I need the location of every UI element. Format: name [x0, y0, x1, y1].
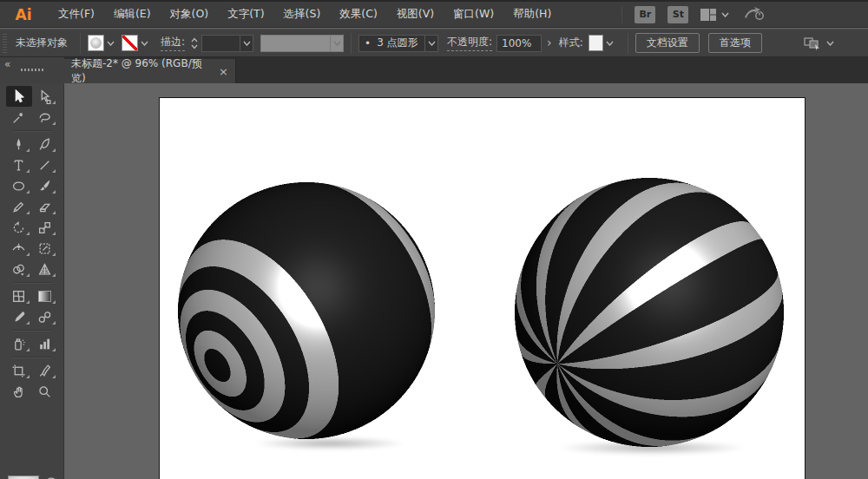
column-graph-tool[interactable] — [32, 333, 58, 354]
tab-bar: « 未标题-2* @ 96% (RGB/预览) × — [0, 57, 868, 83]
lasso-tool[interactable] — [32, 107, 58, 128]
tab-close-button[interactable]: × — [219, 65, 228, 78]
document-tab[interactable]: 未标题-2* @ 96% (RGB/预览) × — [64, 59, 236, 83]
style-dropdown-chevron[interactable] — [606, 41, 614, 46]
toolbar-panel-header: « — [0, 57, 64, 83]
menu-item-edit[interactable]: 编辑(E) — [104, 2, 161, 27]
selection-status: 未选择对象 — [16, 36, 68, 50]
stroke-weight-combo[interactable] — [201, 35, 253, 52]
document-tab-title: 未标题-2* @ 96% (RGB/预览) — [71, 56, 212, 86]
brush-bullet: • — [365, 37, 371, 49]
chevron-down-icon — [826, 41, 834, 46]
swap-fill-stroke-icon[interactable] — [45, 474, 57, 479]
stroke-dropdown-chevron[interactable] — [141, 41, 148, 46]
chevron-down-icon — [428, 41, 436, 46]
menu-item-select[interactable]: 选择(S) — [274, 2, 331, 27]
pen-tool[interactable] — [6, 134, 32, 154]
menubar-divider — [621, 6, 622, 23]
scale-tool[interactable] — [32, 217, 58, 238]
sphere-vertical-stripes[interactable] — [512, 175, 786, 449]
toolbar-divider — [6, 327, 58, 333]
fill-swatch-gradient[interactable] — [8, 476, 39, 479]
symbol-sprayer-tool[interactable] — [6, 333, 32, 354]
direct-selection-tool[interactable] — [32, 86, 58, 107]
control-bar: 未选择对象 描边: • 3 点圆形 不透明度: 100% › 样式: 文档设 — [0, 29, 868, 57]
curvature-tool[interactable] — [32, 134, 58, 154]
opacity-label[interactable]: 不透明度: — [447, 35, 492, 51]
hand-tool[interactable] — [6, 381, 32, 402]
toolbar-divider — [6, 128, 58, 134]
pencil-tool[interactable] — [6, 196, 32, 217]
illustrator-logo: Ai — [9, 3, 38, 26]
selection-tool[interactable] — [6, 86, 32, 107]
fill-dropdown-chevron[interactable] — [107, 41, 115, 46]
gradient-tool-icon — [38, 291, 51, 302]
panel-drag-handle[interactable] — [21, 69, 45, 71]
style-label: 样式: — [559, 36, 583, 50]
workspace-grid-icon — [700, 9, 716, 21]
menu-item-view[interactable]: 视图(V) — [387, 2, 444, 27]
fill-color-swatch[interactable] — [88, 35, 104, 51]
workspace-switcher[interactable] — [700, 9, 729, 21]
zoom-tool[interactable] — [32, 381, 58, 402]
gradient-fill-preview — [90, 37, 102, 49]
chevron-down-icon — [333, 41, 341, 46]
magic-wand-tool[interactable] — [6, 107, 32, 128]
divider — [628, 33, 628, 54]
opacity-flyout-button[interactable]: › — [547, 36, 552, 49]
sync-share-icon[interactable] — [743, 5, 764, 24]
menu-item-object[interactable]: 对象(O) — [161, 2, 219, 27]
stroke-weight-stepper[interactable] — [190, 36, 199, 50]
stroke-weight-label[interactable]: 描边: — [161, 35, 185, 51]
menu-item-file[interactable]: 文件(F) — [49, 2, 104, 27]
rotate-tool[interactable] — [6, 217, 32, 238]
bridge-button[interactable]: Br — [635, 6, 655, 23]
type-tool[interactable] — [6, 154, 32, 175]
chevron-down-icon — [243, 41, 251, 46]
shape-builder-tool[interactable] — [6, 259, 32, 279]
chevron-down-icon — [721, 12, 729, 17]
tools-panel — [0, 83, 64, 479]
menu-item-help[interactable]: 帮助(H) — [503, 2, 561, 27]
brush-definition-combo[interactable]: • 3 点圆形 — [358, 35, 438, 52]
eyedropper-tool[interactable] — [6, 306, 32, 327]
brush-name: 3 点圆形 — [377, 36, 418, 50]
mesh-tool[interactable] — [6, 285, 32, 306]
slice-tool[interactable] — [32, 360, 58, 381]
toolbar-divider — [6, 354, 58, 360]
arrange-documents-icon — [804, 36, 821, 50]
menu-item-effect[interactable]: 效果(C) — [330, 2, 386, 27]
stock-button[interactable]: St — [667, 6, 688, 23]
divider — [351, 33, 352, 54]
free-transform-tool[interactable] — [32, 238, 58, 259]
ellipse-tool[interactable] — [6, 175, 32, 196]
stroke-profile-combo — [260, 35, 344, 52]
document-setup-button[interactable]: 文档设置 — [635, 33, 700, 53]
fill-stroke-block — [0, 471, 64, 479]
perspective-grid-tool[interactable] — [32, 259, 58, 279]
panel-grip[interactable] — [3, 34, 7, 53]
menu-item-type[interactable]: 文字(T) — [218, 2, 273, 27]
artboard-tool[interactable] — [6, 360, 32, 381]
collapse-panel-button[interactable]: « — [4, 58, 10, 70]
toolbar-divider — [6, 279, 58, 285]
width-tool[interactable] — [6, 238, 32, 259]
menu-item-window[interactable]: 窗口(W) — [444, 2, 503, 27]
gradient-tool[interactable] — [32, 285, 58, 306]
line-segment-tool[interactable] — [32, 154, 58, 175]
divider — [80, 33, 81, 54]
arrange-documents-control[interactable] — [804, 36, 834, 50]
sphere-horizontal-stripes[interactable] — [175, 180, 437, 442]
stroke-color-swatch[interactable] — [122, 35, 138, 51]
preferences-button[interactable]: 首选项 — [708, 33, 762, 53]
opacity-field[interactable]: 100% — [496, 35, 542, 52]
blend-tool[interactable] — [32, 306, 58, 327]
style-swatch[interactable] — [589, 35, 603, 51]
menu-bar: Ai 文件(F) 编辑(E) 对象(O) 文字(T) 选择(S) 效果(C) 视… — [0, 0, 868, 28]
paintbrush-tool[interactable] — [32, 175, 58, 196]
eraser-tool[interactable] — [32, 196, 58, 217]
